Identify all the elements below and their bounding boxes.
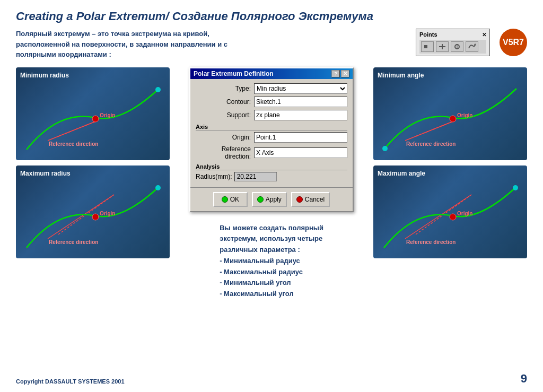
max-radius-svg: Origin Reference direction	[16, 165, 170, 258]
page-number: 9	[521, 372, 527, 386]
support-input[interactable]	[254, 110, 347, 120]
ok-button[interactable]: OK	[213, 192, 248, 207]
svg-text:Origin: Origin	[100, 211, 115, 216]
copyright: Copyright DASSAULT SYSTEMES 2001	[16, 378, 125, 385]
points-panel-close[interactable]: ✕	[482, 32, 486, 38]
max-angle-panel: Maximum angle Origin Reference direction	[373, 165, 527, 258]
max-angle-svg: Origin Reference direction	[373, 165, 527, 258]
svg-text:Origin: Origin	[457, 211, 472, 216]
svg-point-17	[155, 185, 161, 190]
ok-dot	[222, 196, 228, 203]
svg-text:Origin: Origin	[457, 112, 472, 118]
description-box: Вы можете создать полярный экстремум, ис…	[220, 217, 323, 306]
analysis-section: Analysis	[196, 163, 347, 170]
right-column: Minimum angle Origin Reference direction	[373, 67, 527, 258]
radius-value: 20.221	[234, 172, 277, 181]
subtitle-area: Полярный экстремум – это точка экстремум…	[16, 29, 527, 60]
min-radius-svg: Origin Reference direction	[16, 67, 170, 160]
origin-row: Origin:	[196, 132, 347, 143]
dialog-titlebar-buttons: ? ✕	[331, 70, 349, 77]
subtitle-text: Полярный экстремум – это точка экстремум…	[16, 29, 227, 60]
min-angle-svg: Origin Reference direction	[373, 67, 527, 160]
dialog-body: Type: Min radius Contour: Support:	[190, 79, 353, 187]
support-row: Support:	[196, 110, 347, 120]
support-label: Support:	[196, 111, 254, 119]
points-panel-title: Points ✕	[419, 31, 486, 38]
main-grid: Minimum radius	[16, 67, 527, 306]
max-radius-panel: Maximum radius Origin Reference directio…	[16, 165, 170, 258]
dialog-buttons: OK Apply Cancel	[190, 187, 353, 211]
svg-text:Reference direction: Reference direction	[406, 141, 456, 147]
svg-point-29	[513, 185, 518, 190]
dialog-help-btn[interactable]: ?	[331, 70, 340, 77]
points-icon-3[interactable]	[451, 41, 463, 52]
origin-input[interactable]	[254, 132, 347, 143]
points-icon-4[interactable]	[466, 41, 478, 52]
description-text: Вы можете создать полярный экстремум, ис…	[220, 224, 323, 298]
type-select[interactable]: Min radius	[254, 83, 347, 94]
axis-section: Axis	[196, 124, 347, 130]
svg-text:Origin: Origin	[100, 112, 115, 118]
svg-point-11	[155, 87, 161, 92]
cancel-dot	[296, 196, 303, 203]
svg-point-15	[92, 214, 99, 220]
dialog-close-btn[interactable]: ✕	[341, 70, 349, 77]
ref-direction-label: Reference direction:	[196, 145, 254, 160]
dialog-title: Polar Extremum Definition	[194, 70, 274, 77]
min-radius-panel: Minimum radius	[16, 67, 170, 160]
svg-text:Reference direction: Reference direction	[406, 239, 456, 245]
points-panel: Points ✕	[416, 29, 490, 56]
page-title: Creating a Polar Extremum/ Создание Поля…	[16, 10, 527, 23]
svg-point-9	[92, 116, 99, 122]
svg-point-23	[382, 146, 388, 151]
ref-direction-row: Reference direction:	[196, 145, 347, 160]
contour-row: Contour:	[196, 97, 347, 107]
apply-dot	[257, 196, 264, 203]
ref-direction-input[interactable]	[254, 147, 347, 158]
contour-label: Contour:	[196, 98, 254, 106]
origin-label: Origin:	[196, 134, 254, 141]
points-icons	[419, 40, 486, 54]
radius-label: Radius(mm):	[196, 173, 232, 180]
page: Creating a Polar Extremum/ Создание Поля…	[0, 0, 543, 392]
analysis-row: Radius(mm): 20.221	[196, 172, 347, 181]
left-column: Minimum radius	[16, 67, 170, 258]
svg-point-27	[450, 214, 456, 220]
points-icon-1[interactable]	[421, 41, 434, 52]
type-row: Type: Min radius	[196, 83, 347, 94]
dialog-titlebar: Polar Extremum Definition ? ✕	[190, 68, 353, 79]
min-angle-panel: Minimum angle Origin Reference direction	[373, 67, 527, 160]
contour-input[interactable]	[254, 97, 347, 107]
cancel-button[interactable]: Cancel	[291, 192, 330, 207]
svg-rect-0	[424, 45, 427, 48]
points-icon-2[interactable]	[436, 41, 449, 52]
type-label: Type:	[196, 85, 254, 92]
apply-button[interactable]: Apply	[252, 192, 287, 207]
svg-text:Reference direction: Reference direction	[49, 141, 98, 147]
center-column: Polar Extremum Definition ? ✕ Type: Min …	[176, 67, 367, 306]
svg-point-21	[450, 116, 456, 122]
dialog: Polar Extremum Definition ? ✕ Type: Min …	[189, 67, 354, 212]
version-badge: V5R7	[500, 29, 527, 56]
svg-text:Reference direction: Reference direction	[49, 239, 98, 245]
